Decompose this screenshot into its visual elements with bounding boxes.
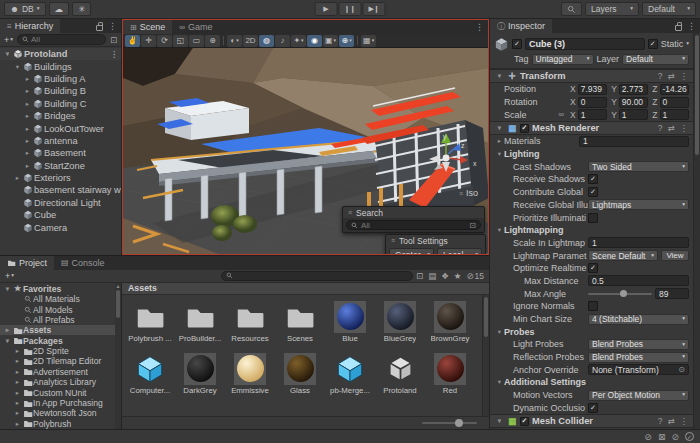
project-tree-item[interactable]: ★ All Materials xyxy=(0,294,121,304)
foldout-arrow[interactable]: ▸ xyxy=(23,162,32,170)
foldout-arrow[interactable]: ▾ xyxy=(495,124,504,132)
hierarchy-item[interactable]: ▾ Protoland ⋮ xyxy=(0,48,121,60)
checkbox-checked[interactable]: ✓ xyxy=(588,263,598,273)
component-menu-icon[interactable]: ⋮ xyxy=(680,71,689,81)
hierarchy-item[interactable]: ▸ LookOutTower ⋮ xyxy=(0,122,121,134)
status-icon-1[interactable]: ⊘ xyxy=(644,432,652,442)
asset-item[interactable]: Resources xyxy=(228,301,272,343)
static-flags-dropdown[interactable]: ▾ xyxy=(686,41,689,47)
component-header[interactable]: ▾ ▦ ✓ Mesh Renderer ? ⇄ ⋮ xyxy=(490,121,693,135)
grid-dropdown[interactable]: ▦ ▾ xyxy=(361,35,376,47)
project-tree-item[interactable]: ▸ ★ Assets xyxy=(0,325,121,335)
section-header[interactable]: ▾ Additional Settings xyxy=(490,376,693,389)
component-header[interactable]: ▾ ✛ ✓ Transform ? ⇄ ⋮ xyxy=(490,69,693,83)
section-header[interactable]: ▾ Lightmapping xyxy=(490,224,693,237)
tab-project[interactable]: Project xyxy=(0,256,54,270)
asset-item[interactable]: Emmissive xyxy=(228,353,272,395)
global-search-button[interactable] xyxy=(561,2,582,16)
z-field[interactable]: -14.26 xyxy=(660,84,689,95)
asset-item[interactable]: Red xyxy=(428,353,472,395)
status-icon-2[interactable]: ⊠ xyxy=(658,432,666,442)
view-button[interactable]: View xyxy=(661,250,689,261)
projection-mode-toggle[interactable]: ≡ Iso xyxy=(459,188,478,198)
text-field[interactable]: 0.5 xyxy=(588,275,689,286)
checkbox-checked[interactable]: ✓ xyxy=(588,403,598,413)
foldout-arrow[interactable]: ▾ xyxy=(495,150,504,158)
foldout-arrow[interactable]: ▸ xyxy=(23,137,32,145)
layers-dropdown[interactable]: Layers ▾ xyxy=(585,2,639,16)
project-tree-item[interactable]: ▸ ★ 2D Tilemap Editor xyxy=(0,356,121,366)
project-tree-item[interactable]: ★ All Prefabs xyxy=(0,315,121,325)
checkbox-checked[interactable]: ✓ xyxy=(588,174,598,184)
asset-item[interactable]: pb-Merge... xyxy=(328,353,372,395)
project-tree-item[interactable]: ▸ ★ Analytics Library xyxy=(0,377,121,387)
foldout-arrow[interactable]: ▸ xyxy=(495,137,504,145)
tab-scene[interactable]: ⊞ Scene xyxy=(123,20,172,34)
lock-icon[interactable] xyxy=(96,25,103,31)
tab-console[interactable]: ▤ Console xyxy=(54,256,112,270)
project-search-input[interactable] xyxy=(221,271,413,281)
label-filter-icon[interactable]: ❖ xyxy=(441,271,449,281)
slider-value-field[interactable]: 89 xyxy=(655,288,689,299)
help-icon[interactable]: ? xyxy=(658,71,663,81)
foldout-arrow[interactable]: ▾ xyxy=(495,328,504,336)
gizmos-dropdown[interactable]: ⊕ ▾ xyxy=(339,35,354,47)
project-tree-item[interactable]: ★ All Models xyxy=(0,304,121,314)
gizmo-y-label[interactable]: y xyxy=(443,133,447,140)
asset-item[interactable]: ProBuilder... xyxy=(178,301,222,343)
dropdown[interactable]: Blend Probes ▾ xyxy=(588,352,689,363)
asset-item[interactable]: Blue xyxy=(328,301,372,343)
gameobject-name-field[interactable]: Cube (3) xyxy=(525,38,645,50)
checkbox-unchecked[interactable] xyxy=(588,213,598,223)
dropdown[interactable]: Lightmaps ▾ xyxy=(588,199,689,210)
component-enabled-checkbox[interactable]: ✓ xyxy=(520,417,529,426)
foldout-arrow[interactable]: ▸ xyxy=(23,125,32,133)
audio-toggle[interactable]: ♪ ▾ xyxy=(275,35,290,47)
slider-thumb[interactable] xyxy=(620,290,627,297)
foldout-arrow[interactable]: ▸ xyxy=(13,420,22,428)
foldout-arrow[interactable]: ▾ xyxy=(495,226,504,234)
project-tree-item[interactable]: ▸ ★ Polybrush xyxy=(0,419,121,429)
section-header[interactable]: ▾ Lighting xyxy=(490,148,693,161)
hierarchy-item[interactable]: ▸ Building A ⋮ xyxy=(0,73,121,85)
panel-menu-icon[interactable]: ⋮ xyxy=(687,21,696,31)
status-ok-icon[interactable]: ✓ xyxy=(685,432,694,441)
project-tree-item[interactable]: ▸ ★ Custom NUnit xyxy=(0,387,121,397)
presets-icon[interactable]: ⇄ xyxy=(667,123,674,133)
scene-viewport[interactable]: y z x ≡ Iso ≡ Search xyxy=(123,48,488,254)
asset-item[interactable]: Protoland xyxy=(378,353,422,395)
search-filter-icon[interactable]: ⊡ xyxy=(469,221,476,230)
foldout-arrow[interactable]: ▾ xyxy=(3,50,12,58)
section-header[interactable]: ▾ Probes xyxy=(490,325,693,338)
status-icon-3[interactable]: ⊘ xyxy=(671,432,679,442)
step-button[interactable]: ▶❙ xyxy=(363,2,386,16)
foldout-arrow[interactable]: ▸ xyxy=(23,112,32,120)
orientation-mode-dropdown[interactable]: Local ▾ xyxy=(437,248,482,254)
asset-item[interactable]: Scenes xyxy=(278,301,322,343)
tab-hierarchy[interactable]: ≡ Hierarchy xyxy=(0,19,60,33)
project-tree-item[interactable]: ▾ ★ Favorites xyxy=(0,284,121,294)
hierarchy-item[interactable]: ▾ Buildings ⋮ xyxy=(0,60,121,72)
inspector-scrollbar[interactable] xyxy=(693,33,700,429)
hidden-packages-toggle[interactable]: ⊘ 15 xyxy=(466,271,484,281)
value-field[interactable]: 1 xyxy=(579,136,689,147)
hierarchy-search-input[interactable]: All xyxy=(17,34,106,45)
foldout-arrow[interactable]: ▸ xyxy=(13,357,22,365)
foldout-arrow[interactable]: ▾ xyxy=(3,285,12,293)
hierarchy-item[interactable]: ▸ Exteriors ⋮ xyxy=(0,172,121,184)
rotate-tool[interactable]: ⟳ ▾ xyxy=(157,35,172,47)
packages-visibility-icon[interactable]: ▤ xyxy=(428,271,436,281)
lighting-toggle[interactable]: ◍ ▾ xyxy=(259,35,274,47)
asset-item[interactable]: BrownGrey xyxy=(428,301,472,343)
object-picker-icon[interactable]: ⊙ xyxy=(678,365,685,374)
panel-menu-icon[interactable]: ⋮ xyxy=(475,22,484,32)
search-filter-icon[interactable]: ⊡ xyxy=(108,35,119,45)
layout-dropdown[interactable]: Default ▾ xyxy=(642,2,696,16)
text-field[interactable]: 1 xyxy=(588,237,689,248)
checkbox-unchecked[interactable] xyxy=(588,301,598,311)
z-field[interactable]: 1 xyxy=(660,109,689,120)
foldout-arrow[interactable]: ▾ xyxy=(495,417,504,425)
component-enabled-checkbox[interactable]: ✓ xyxy=(520,124,529,133)
object-reference-field[interactable]: None (Transform) ⊙ xyxy=(588,364,689,375)
item-menu-icon[interactable]: ⋮ xyxy=(110,50,121,59)
